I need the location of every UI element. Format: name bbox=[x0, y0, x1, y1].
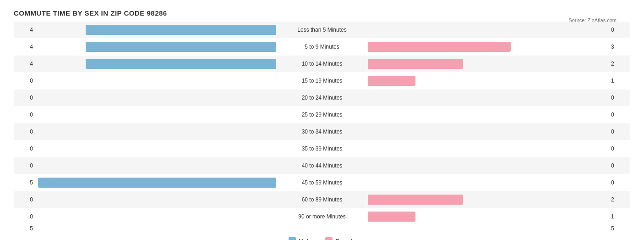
bars-wrapper: Less than 5 Minutes bbox=[37, 22, 607, 38]
chart-row: 4 10 to 14 Minutes 2 bbox=[14, 56, 630, 72]
male-bar-side bbox=[37, 127, 276, 137]
female-bar-side bbox=[368, 25, 607, 35]
bars-wrapper: 20 to 24 Minutes bbox=[37, 89, 607, 106]
axis-row: 5 5 bbox=[14, 225, 630, 232]
bars-wrapper: 5 to 9 Minutes bbox=[37, 39, 607, 55]
male-color-box bbox=[289, 237, 296, 240]
axis-left-value: 5 bbox=[14, 225, 37, 232]
male-value: 0 bbox=[14, 95, 37, 101]
female-value: 1 bbox=[607, 213, 630, 220]
female-bar bbox=[368, 59, 463, 69]
row-label: 60 to 89 Minutes bbox=[276, 196, 368, 203]
chart-row: 0 90 or more Minutes 1 bbox=[14, 208, 630, 225]
row-label: 90 or more Minutes bbox=[276, 213, 368, 220]
male-value: 0 bbox=[14, 112, 37, 118]
legend: Male Female bbox=[14, 237, 630, 240]
male-bar bbox=[86, 59, 276, 69]
male-bar-side bbox=[37, 161, 276, 171]
male-bar-side bbox=[37, 212, 276, 222]
bars-wrapper: 25 to 29 Minutes bbox=[37, 106, 607, 123]
female-value: 2 bbox=[607, 61, 630, 67]
row-label: 35 to 39 Minutes bbox=[276, 145, 368, 152]
female-bar-side bbox=[368, 144, 607, 154]
row-label: 30 to 34 Minutes bbox=[276, 128, 368, 135]
bars-wrapper: 45 to 59 Minutes bbox=[37, 174, 607, 191]
bars-wrapper: 90 or more Minutes bbox=[37, 208, 607, 225]
bars-wrapper: 60 to 89 Minutes bbox=[37, 191, 607, 208]
male-value: 0 bbox=[14, 196, 37, 203]
male-value: 0 bbox=[14, 162, 37, 169]
chart-row: 5 45 to 59 Minutes 0 bbox=[14, 174, 630, 191]
chart-row: 0 25 to 29 Minutes 0 bbox=[14, 106, 630, 123]
male-value: 4 bbox=[14, 27, 37, 33]
female-bar-side bbox=[368, 212, 607, 222]
female-bar bbox=[368, 76, 415, 86]
chart-row: 0 30 to 34 Minutes 0 bbox=[14, 123, 630, 140]
female-value: 3 bbox=[607, 44, 630, 50]
male-bar-side bbox=[37, 178, 276, 188]
female-bar-side bbox=[368, 178, 607, 188]
row-label: 25 to 29 Minutes bbox=[276, 112, 368, 118]
legend-female: Female bbox=[325, 237, 355, 240]
row-label: 10 to 14 Minutes bbox=[276, 61, 368, 67]
male-bar-side bbox=[37, 110, 276, 120]
female-value: 1 bbox=[607, 78, 630, 84]
male-bar bbox=[86, 25, 276, 35]
female-bar-side bbox=[368, 76, 607, 86]
male-value: 4 bbox=[14, 61, 37, 67]
female-value: 0 bbox=[607, 112, 630, 118]
female-value: 0 bbox=[607, 179, 630, 186]
row-label: 5 to 9 Minutes bbox=[276, 44, 368, 50]
female-bar bbox=[368, 42, 511, 52]
female-bar-side bbox=[368, 127, 607, 137]
chart-row: 0 15 to 19 Minutes 1 bbox=[14, 73, 630, 89]
female-label: Female bbox=[335, 238, 355, 240]
chart-row: 4 Less than 5 Minutes 0 bbox=[14, 22, 630, 38]
chart-row: 0 40 to 44 Minutes 0 bbox=[14, 157, 630, 174]
female-value: 2 bbox=[607, 196, 630, 203]
female-bar-side bbox=[368, 195, 607, 205]
female-value: 0 bbox=[607, 145, 630, 152]
row-label: 40 to 44 Minutes bbox=[276, 162, 368, 169]
male-bar-side bbox=[37, 25, 276, 35]
female-bar bbox=[368, 195, 463, 205]
row-label: 15 to 19 Minutes bbox=[276, 78, 368, 84]
male-bar-side bbox=[37, 76, 276, 86]
chart-title: COMMUTE TIME BY SEX IN ZIP CODE 98286 bbox=[14, 9, 630, 17]
male-value: 0 bbox=[14, 78, 37, 84]
female-value: 0 bbox=[607, 128, 630, 135]
male-bar-side bbox=[37, 59, 276, 69]
male-bar-side bbox=[37, 144, 276, 154]
male-bar bbox=[86, 42, 276, 52]
row-label: Less than 5 Minutes bbox=[276, 27, 368, 33]
male-bar-side bbox=[37, 195, 276, 205]
chart-row: 0 20 to 24 Minutes 0 bbox=[14, 89, 630, 106]
female-bar-side bbox=[368, 59, 607, 69]
axis-right-value: 5 bbox=[607, 225, 630, 232]
male-value: 4 bbox=[14, 44, 37, 50]
female-bar bbox=[368, 212, 415, 222]
bars-wrapper: 40 to 44 Minutes bbox=[37, 157, 607, 174]
chart-area: 4 Less than 5 Minutes 0 4 5 to 9 Minutes bbox=[14, 22, 630, 225]
chart-row: 0 60 to 89 Minutes 2 bbox=[14, 191, 630, 208]
female-bar-side bbox=[368, 42, 607, 52]
female-bar-side bbox=[368, 93, 607, 103]
male-value: 0 bbox=[14, 128, 37, 135]
male-value: 0 bbox=[14, 145, 37, 152]
bars-wrapper: 15 to 19 Minutes bbox=[37, 73, 607, 89]
row-label: 45 to 59 Minutes bbox=[276, 179, 368, 186]
female-color-box bbox=[325, 237, 333, 240]
male-bar bbox=[38, 178, 276, 188]
male-value: 5 bbox=[14, 179, 37, 186]
chart-row: 4 5 to 9 Minutes 3 bbox=[14, 39, 630, 55]
female-value: 0 bbox=[607, 162, 630, 169]
male-bar-side bbox=[37, 93, 276, 103]
female-bar-side bbox=[368, 161, 607, 171]
bars-wrapper: 35 to 39 Minutes bbox=[37, 140, 607, 157]
row-label: 20 to 24 Minutes bbox=[276, 95, 368, 101]
male-label: Male bbox=[299, 238, 311, 240]
bars-wrapper: 30 to 34 Minutes bbox=[37, 123, 607, 140]
chart-row: 0 35 to 39 Minutes 0 bbox=[14, 140, 630, 157]
female-bar-side bbox=[368, 110, 607, 120]
female-value: 0 bbox=[607, 27, 630, 33]
